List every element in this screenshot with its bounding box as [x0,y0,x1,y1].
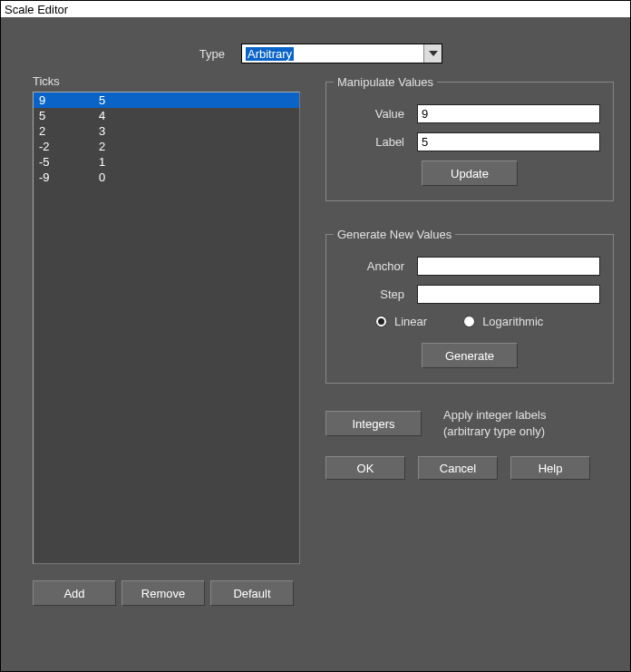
window-title: Scale Editor [5,3,68,16]
linear-radio[interactable]: Linear [375,315,427,328]
generate-title: Generate New Values [334,228,455,241]
ticks-listbox[interactable]: 955423-22-51-90 [33,92,300,564]
radio-unselected-icon [463,316,475,327]
tick-label: 0 [99,170,294,184]
integers-button[interactable]: Integers [325,411,422,436]
list-item[interactable]: -51 [34,154,299,170]
type-label: Type [33,47,241,61]
anchor-input[interactable] [417,257,600,276]
integers-line1: Apply integer labels [443,407,546,424]
list-item[interactable]: 54 [34,108,299,123]
type-select[interactable]: Arbitrary [241,44,442,63]
footer-buttons: OK Cancel Help [325,456,614,480]
manipulate-values-group: Manipulate Values Value Label Update [325,82,614,201]
tick-value: 5 [39,109,99,122]
tick-value: -9 [39,170,99,184]
chevron-down-icon [423,44,442,63]
tick-label: 2 [99,140,294,153]
integers-description: Apply integer labels (arbitrary type onl… [443,407,546,440]
remove-button[interactable]: Remove [121,580,205,606]
tick-label: 4 [99,109,294,122]
anchor-label: Anchor [339,259,417,273]
generate-button[interactable]: Generate [422,343,518,368]
list-item[interactable]: -22 [34,139,299,154]
tick-value: 9 [39,93,99,107]
cancel-button[interactable]: Cancel [418,456,498,480]
value-input[interactable] [417,104,600,123]
ok-button[interactable]: OK [325,456,405,480]
tick-value: -2 [39,140,99,153]
list-item[interactable]: -90 [34,170,299,185]
content-area: Type Arbitrary Ticks 955423-22-51-90 Add… [1,18,630,615]
title-bar: Scale Editor [1,1,630,18]
integers-row: Integers Apply integer labels (arbitrary… [325,407,614,440]
label-label: Label [339,135,417,149]
type-row: Type Arbitrary [33,44,614,63]
manipulate-title: Manipulate Values [334,75,437,89]
step-input[interactable] [417,285,600,304]
tick-label: 1 [99,155,294,169]
generate-values-group: Generate New Values Anchor Step Linear [325,234,614,384]
radio-selected-icon [375,316,387,327]
help-button[interactable]: Help [510,456,590,480]
list-item[interactable]: 95 [34,93,299,108]
default-button[interactable]: Default [210,580,294,606]
integers-line2: (arbitrary type only) [443,424,546,440]
list-item[interactable]: 23 [34,123,299,139]
label-input[interactable] [417,132,600,151]
tick-value: 2 [39,124,99,138]
logarithmic-label: Logarithmic [482,315,543,328]
type-value: Arbitrary [246,47,294,61]
tick-label: 5 [99,93,294,107]
ticks-label: Ticks [33,74,300,88]
add-button[interactable]: Add [33,580,116,606]
linear-label: Linear [394,315,427,328]
tick-value: -5 [39,155,99,169]
update-button[interactable]: Update [422,161,518,186]
logarithmic-radio[interactable]: Logarithmic [463,315,543,328]
tick-label: 3 [99,124,294,138]
step-label: Step [339,287,417,301]
value-label: Value [339,107,417,121]
